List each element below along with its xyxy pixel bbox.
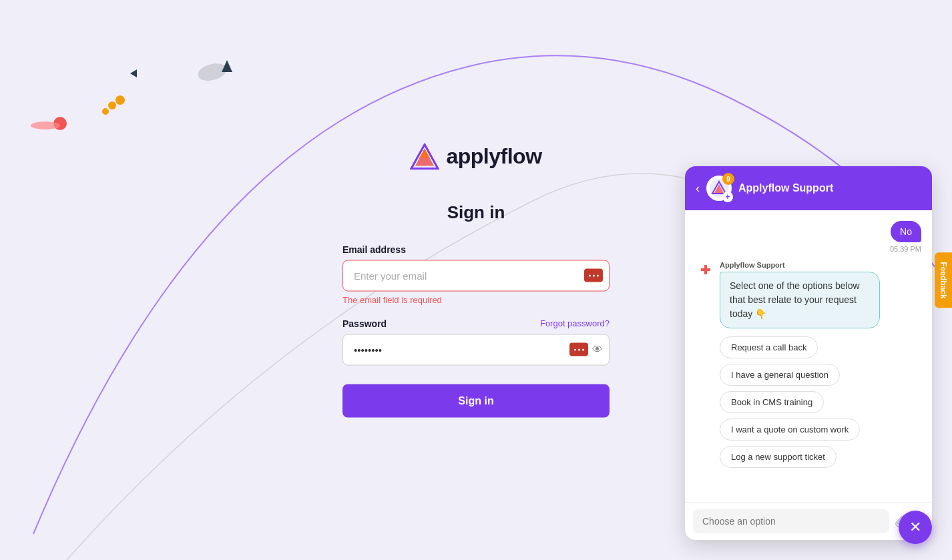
password-group: Password Forgot password? 👁 <box>342 318 610 365</box>
email-error: The email field is required <box>342 294 610 304</box>
bot-avatar: ✚ <box>696 261 714 280</box>
chat-close-button[interactable]: ✕ <box>899 511 932 544</box>
password-input-icons: 👁 <box>569 343 603 356</box>
email-input-wrapper <box>342 260 610 291</box>
password-label: Password <box>342 318 387 328</box>
password-dots-icon <box>569 343 588 356</box>
svg-point-4 <box>108 101 116 109</box>
eye-icon[interactable]: 👁 <box>592 344 603 356</box>
svg-point-0 <box>196 61 229 84</box>
svg-point-3 <box>115 95 125 105</box>
signin-form: Sign in Email address The email field is… <box>342 202 610 417</box>
signin-button[interactable]: Sign in <box>342 384 610 417</box>
chat-input[interactable] <box>693 509 889 533</box>
option-support-ticket[interactable]: Log a new support ticket <box>720 446 837 468</box>
svg-marker-2 <box>130 69 137 77</box>
svg-marker-1 <box>222 60 232 72</box>
svg-point-5 <box>102 108 109 115</box>
chat-messages: No 05:39 PM ✚ Applyflow Support Select o… <box>685 210 932 502</box>
chat-input-row <box>685 502 932 540</box>
bot-message-content: Applyflow Support Select one of the opti… <box>720 261 880 328</box>
svg-point-7 <box>31 121 60 129</box>
user-bubble-no: No <box>891 221 921 242</box>
forgot-password-link[interactable]: Forgot password? <box>540 318 610 328</box>
chat-header-title: Applyflow Support <box>738 182 833 194</box>
option-custom-work[interactable]: I want a quote on custom work <box>720 418 860 441</box>
chat-avatar-plus-icon: + <box>722 192 733 202</box>
feedback-tab[interactable]: Feedback <box>935 252 952 308</box>
logo-icon <box>410 143 439 170</box>
message-time: 05:39 PM <box>890 245 921 253</box>
chat-back-button[interactable]: ‹ <box>696 182 700 196</box>
dots-icon <box>584 269 603 282</box>
option-request-call[interactable]: Request a call back <box>720 336 818 358</box>
svg-point-6 <box>53 117 67 130</box>
chat-avatar: 9 + <box>706 176 732 201</box>
bot-message-row: ✚ Applyflow Support Select one of the op… <box>696 261 921 328</box>
chat-header: ‹ 9 + Applyflow Support <box>685 166 932 210</box>
logo-area: applyflow <box>410 143 541 170</box>
user-message-no: No 05:39 PM <box>696 221 921 253</box>
chat-options-list: Request a call back I have a general que… <box>720 336 921 471</box>
password-input-wrapper: 👁 <box>342 334 610 365</box>
email-group: Email address The email field is require… <box>342 244 610 304</box>
option-general-question[interactable]: I have a general question <box>720 364 840 386</box>
email-input[interactable] <box>342 260 610 291</box>
bot-sender-name: Applyflow Support <box>720 261 880 269</box>
email-input-icon <box>584 269 603 282</box>
password-label-row: Password Forgot password? <box>342 318 610 328</box>
signin-container: applyflow Sign in Email address The emai… <box>342 143 610 417</box>
option-cms-training[interactable]: Book in CMS training <box>720 391 824 413</box>
signin-title: Sign in <box>447 202 505 222</box>
bot-bubble: Select one of the options below that bes… <box>720 272 880 328</box>
email-label: Email address <box>342 244 610 254</box>
chat-widget: ‹ 9 + Applyflow Support No 05:39 PM ✚ Ap <box>685 166 932 540</box>
chat-badge: 9 <box>722 173 734 185</box>
logo-text: applyflow <box>446 144 541 169</box>
